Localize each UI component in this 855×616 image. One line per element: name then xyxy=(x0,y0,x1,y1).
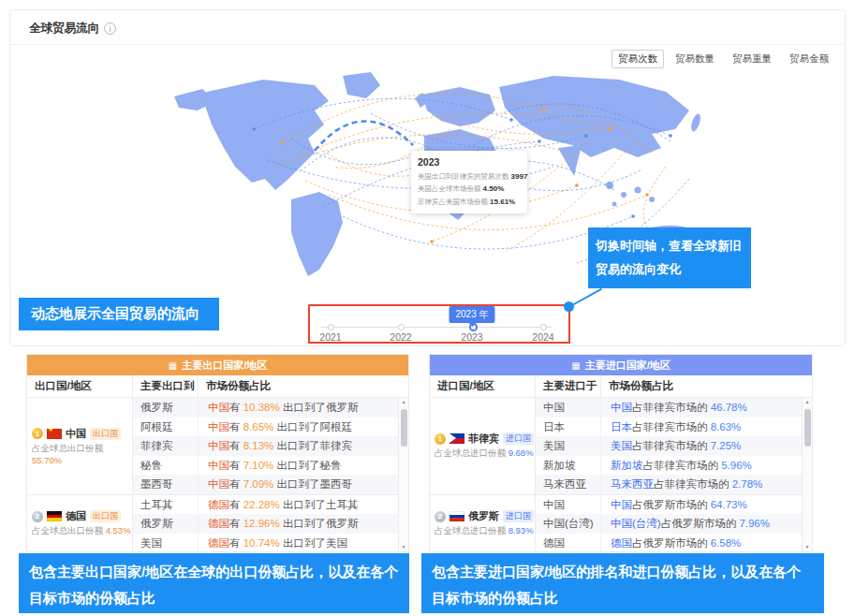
timeline-tick[interactable] xyxy=(398,324,405,330)
partner-cell: 中国 xyxy=(536,495,601,515)
table-row: 中国(台湾)中国(台湾)占俄罗斯市场的 7.96% xyxy=(536,514,812,534)
country-name: 俄罗斯 xyxy=(468,509,499,523)
screen: 全球贸易流向 i 贸易次数贸易数量贸易重量贸易金额 xyxy=(0,0,855,616)
country-name: 中国 xyxy=(66,427,86,441)
table-title: 主要出口国家/地区 xyxy=(182,359,267,373)
table-row: 德国德国占俄罗斯市场的 6.58% xyxy=(536,534,812,553)
share-mid: 有 xyxy=(229,421,243,433)
country-role-badge: 进口国 xyxy=(503,433,534,445)
share-subject: 中国(台湾) xyxy=(611,518,661,529)
group-rows: 中国中国占俄罗斯市场的 64.73%中国(台湾)中国(台湾)占俄罗斯市场的 7.… xyxy=(536,495,812,553)
group-rows: 中国中国占菲律宾市场的 46.78%日本日本占菲律宾市场的 8.63%美国美国占… xyxy=(536,398,812,494)
partner-cell: 德国 xyxy=(536,534,601,553)
share-cell: 德国有 10.74% 出口到了美国 xyxy=(199,534,408,553)
global-share-label: 占全球总出口份额 xyxy=(32,525,106,535)
share-cell: 德国有 22.28% 出口到了土耳其 xyxy=(199,495,408,515)
scroll-down-arrow[interactable]: ▼ xyxy=(402,543,406,551)
timeline-year-label: 2022 xyxy=(382,331,420,343)
share-cell: 德国有 12.96% 出口到了俄罗斯 xyxy=(199,514,408,534)
partner-cell: 美国 xyxy=(133,534,199,553)
country-name: 菲律宾 xyxy=(468,432,499,446)
timeline-tick[interactable] xyxy=(328,324,334,330)
country-role-badge: 出口国 xyxy=(90,510,121,522)
share-percent: 12.96% xyxy=(243,518,280,529)
scroll-thumb[interactable] xyxy=(401,409,407,447)
table-row: 墨西哥中国有 7.09% 出口到了墨西哥 xyxy=(133,475,408,494)
ph-flag-icon xyxy=(450,433,464,444)
share-percent: 22.28% xyxy=(243,499,280,510)
share-subject: 马来西亚 xyxy=(611,478,654,490)
table-column-header: 出口国/地区主要出口到市场份额占比 xyxy=(27,375,408,398)
table-title: 主要进口国家/地区 xyxy=(585,359,671,373)
global-share-label: 占全球总出口份额 xyxy=(32,443,103,453)
global-share-label: 占全球总进口份额 xyxy=(435,447,509,458)
table-row: 俄罗斯中国有 10.38% 出口到了俄罗斯 xyxy=(133,398,408,418)
header-divider xyxy=(10,44,845,45)
partner-cell: 秘鲁 xyxy=(133,456,199,476)
share-subject: 中国 xyxy=(208,440,229,451)
scroll-up-arrow[interactable]: ▲ xyxy=(805,398,810,406)
share-suffix: 出口到了阿根廷 xyxy=(273,421,352,433)
partner-cell: 墨西哥 xyxy=(133,475,199,494)
share-percent: 8.13% xyxy=(243,440,274,451)
global-share: 占全球总进口份额 9.68% xyxy=(435,447,535,460)
share-cell: 新加坡占菲律宾市场的 5.96% xyxy=(601,456,812,476)
share-cell: 中国占菲律宾市场的 46.78% xyxy=(601,398,812,418)
partner-cell: 菲律宾 xyxy=(133,436,199,456)
share-subject: 日本 xyxy=(611,421,632,433)
timeline-year-label: 2023 xyxy=(453,331,491,343)
info-icon[interactable]: i xyxy=(104,22,116,35)
share-cell: 中国(台湾)占俄罗斯市场的 7.96% xyxy=(601,514,812,534)
group-rows: 俄罗斯中国有 10.38% 出口到了俄罗斯阿根廷中国有 8.65% 出口到了阿根… xyxy=(133,398,408,494)
table-row: 秘鲁中国有 7.10% 出口到了秘鲁 xyxy=(133,456,408,476)
share-mid: 占俄罗斯市场的 xyxy=(632,499,711,510)
map-flow-callout: 动态地展示全国贸易的流向 xyxy=(19,298,219,330)
tooltip-line: 菲律宾占美国市场份额 15.61% xyxy=(418,196,521,208)
share-percent: 10.74% xyxy=(243,537,280,549)
share-mid: 占俄罗斯市场的 xyxy=(632,537,711,549)
country-cell: 1菲律宾进口国占全球总进口份额 9.68% xyxy=(430,398,536,494)
country-name: 德国 xyxy=(66,509,86,523)
global-share-value: 55.70% xyxy=(32,455,62,465)
tooltip-line: 美国占全球市场份额 4.50% xyxy=(418,183,521,195)
share-percent: 7.09% xyxy=(243,478,274,490)
share-percent: 2.78% xyxy=(732,478,763,490)
export-table-icon: ▦ xyxy=(169,360,177,371)
de-flag-icon xyxy=(47,511,62,521)
global-share: 占全球总进口份额 8.93% xyxy=(435,525,535,537)
global-share: 占全球总出口份额 4.53% xyxy=(32,525,132,537)
scroll-down-arrow[interactable]: ▼ xyxy=(805,543,810,551)
table-row: 阿根廷中国有 8.65% 出口到了阿根廷 xyxy=(133,418,408,437)
scroll-up-arrow[interactable]: ▲ xyxy=(402,398,406,406)
share-mid: 占菲律宾市场的 xyxy=(643,460,722,471)
scroll-thumb[interactable] xyxy=(804,409,811,447)
country-cell: 2德国出口国占全球总出口份额 4.53% xyxy=(27,495,133,553)
share-cell: 德国占俄罗斯市场的 6.58% xyxy=(601,534,812,553)
share-percent: 7.10% xyxy=(243,460,274,471)
share-mid: 有 xyxy=(229,440,243,451)
share-percent: 5.96% xyxy=(721,460,752,471)
share-suffix: 出口到了俄罗斯 xyxy=(280,402,359,413)
scroll-track[interactable] xyxy=(399,406,408,543)
share-mid: 占俄罗斯市场的 xyxy=(661,518,740,529)
table-scrollbar[interactable]: ▲▼ xyxy=(398,398,408,551)
share-mid: 有 xyxy=(229,460,243,471)
scroll-track[interactable] xyxy=(803,406,812,543)
share-cell: 中国有 8.13% 出口到了菲律宾 xyxy=(199,436,408,456)
share-mid: 占菲律宾市场的 xyxy=(654,478,732,490)
tooltip-label: 菲律宾占美国市场份额 xyxy=(418,198,490,206)
trade-flow-card: 全球贸易流向 i 贸易次数贸易数量贸易重量贸易金额 xyxy=(9,9,846,346)
share-subject: 德国 xyxy=(611,537,632,549)
table-row: 土耳其德国有 22.28% 出口到了土耳其 xyxy=(133,495,408,515)
share-suffix: 出口到了菲律宾 xyxy=(273,440,352,451)
share-subject: 中国 xyxy=(611,402,632,413)
country-role-badge: 出口国 xyxy=(90,428,121,440)
card-header: 全球贸易流向 i xyxy=(29,21,116,37)
timeline-tick[interactable] xyxy=(540,324,547,330)
rank-1-medal-icon: 1 xyxy=(32,428,43,439)
global-share: 占全球总出口份额 55.70% xyxy=(32,443,132,465)
share-subject: 新加坡 xyxy=(611,460,643,471)
table-scrollbar[interactable]: ▲▼ xyxy=(802,398,812,551)
table-row: 马来西亚马来西亚占菲律宾市场的 2.78% xyxy=(536,475,812,494)
share-mid: 占菲律宾市场的 xyxy=(632,421,711,433)
